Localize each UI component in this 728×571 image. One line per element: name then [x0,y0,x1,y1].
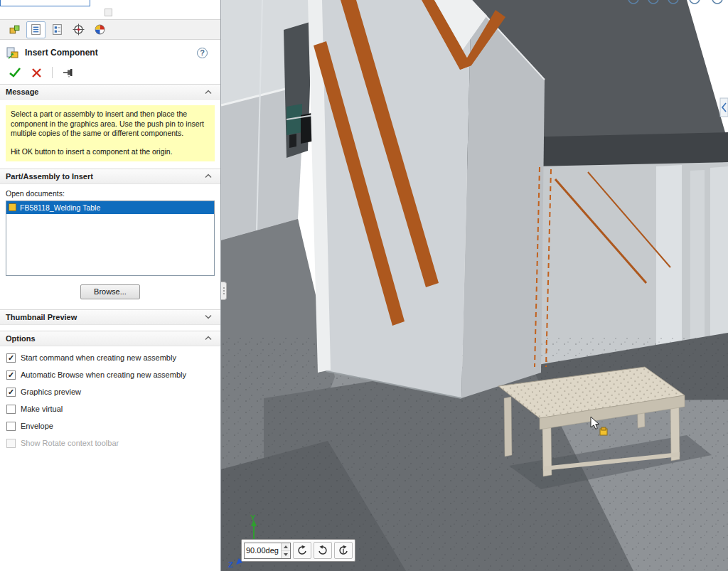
panel-scroll-handle[interactable] [105,9,112,16]
option-row[interactable]: Envelope [6,422,220,431]
task-pane-arrow[interactable] [720,98,728,117]
open-documents-label: Open documents: [6,189,215,198]
angle-spinner [281,543,290,558]
rotate-z-button[interactable] [334,542,353,559]
tab-feature-manager[interactable] [5,21,24,38]
option-label: Graphics preview [21,388,81,396]
rotation-angle-input[interactable] [245,543,281,558]
options-header-label: Options [6,334,36,343]
option-row[interactable]: ✓Graphics preview [6,388,220,397]
thumbnail-preview-group-header[interactable]: Thumbnail Preview [0,309,220,325]
browse-button[interactable]: Browse... [80,284,140,299]
display-manager-icon [94,23,106,36]
rotate-y-button[interactable] [314,542,332,559]
part-assembly-group-header[interactable]: Part/Assembly to Insert [0,169,220,184]
angle-spinner-up[interactable] [282,543,290,551]
configuration-manager-icon [51,23,63,36]
panel-tabstrip [0,19,220,40]
angle-spin-field [244,543,291,559]
option-label: Envelope [21,422,53,430]
message-header-label: Message [6,87,38,96]
help-icon[interactable]: ? [197,48,208,58]
insert-component-icon [6,46,20,60]
cancel-button[interactable] [31,68,42,78]
options-list: ✓Start command when creating new assembl… [0,346,220,448]
solidworks-window: Insert Component ? [0,0,728,571]
feature-manager-icon [9,23,21,36]
open-documents-list[interactable]: FB58118_Welding Table [6,201,215,276]
part-assembly-header-label: Part/Assembly to Insert [6,172,93,181]
command-title-row: Insert Component ? [0,41,220,64]
component-drag-icon [600,427,607,435]
thumbnail-header-label: Thumbnail Preview [6,313,77,321]
panel-splitter[interactable] [221,282,227,300]
message-line: Select a part or assembly to insert and … [11,110,210,139]
checkbox [6,439,16,448]
options-group-header[interactable]: Options [0,331,220,346]
chevron-down-icon [205,314,212,319]
message-group-header[interactable]: Message [0,84,220,100]
building-structure [308,0,545,398]
axis-z-label: Z [228,560,233,569]
command-title: Insert Component [25,48,197,58]
message-box: Select a part or assembly to insert and … [6,105,215,161]
option-row[interactable]: ✓Start command when creating new assembl… [6,353,220,363]
ok-button[interactable] [9,67,21,78]
option-label: Make virtual [21,405,63,413]
checkbox[interactable]: ✓ [6,353,16,363]
checkbox[interactable]: ✓ [6,370,16,380]
rotate-z-icon [338,545,349,556]
chevron-up-icon [205,90,212,95]
rotate-x-icon [296,545,308,556]
tab-configuration-manager[interactable] [48,21,67,38]
checkbox[interactable] [6,405,16,414]
chevron-up-icon [205,174,212,178]
command-actions [0,64,220,84]
dimxpert-icon [73,23,85,36]
option-row: Show Rotate context toolbar [6,439,220,448]
rotate-context-toolbar [241,539,355,562]
tab-display-manager[interactable] [90,21,109,38]
message-line: Hit OK button to insert a component at t… [11,147,210,157]
part-icon [9,203,16,211]
option-label: Show Rotate context toolbar [21,439,119,447]
axis-y-label: Y [250,513,256,522]
checkbox[interactable]: ✓ [6,388,16,397]
tab-property-manager[interactable] [26,21,46,38]
tab-dimxpert-manager[interactable] [69,21,88,38]
option-label: Automatic Browse when creating new assem… [21,370,186,379]
option-row[interactable]: Make virtual [6,405,220,414]
group-gap [0,325,220,331]
push-pin-button[interactable] [63,68,75,78]
action-separator [52,67,53,78]
partial-combobox[interactable] [0,0,90,6]
document-list-item[interactable]: FB58118_Welding Table [6,201,214,214]
property-manager-panel: Insert Component ? [0,0,221,571]
help-glyph: ? [200,48,205,57]
document-name: FB58118_Welding Table [20,203,100,212]
checkbox[interactable] [6,422,16,431]
graphics-viewport[interactable]: Y Z [221,0,728,571]
panel-body: Insert Component ? [0,41,220,571]
angle-spinner-down[interactable] [282,551,290,558]
rotate-y-icon [317,545,328,556]
option-label: Start command when creating new assembly [21,353,176,362]
property-manager-icon [30,23,42,36]
option-row[interactable]: ✓Automatic Browse when creating new asse… [6,370,220,380]
viewport-3d-scene[interactable] [221,0,728,571]
rotate-x-button[interactable] [293,542,311,559]
chevron-up-icon [205,336,212,341]
